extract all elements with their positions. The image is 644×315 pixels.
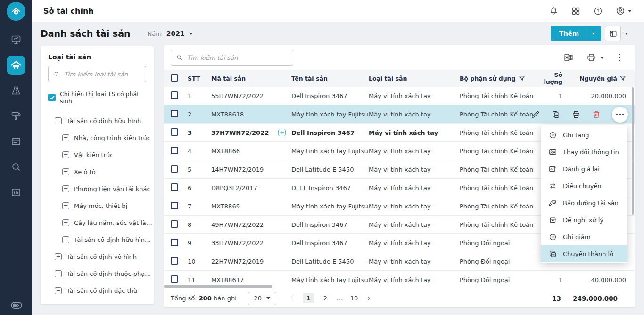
add-button[interactable]: Thêm [551, 26, 601, 41]
sidebar-item-search[interactable] [7, 158, 25, 176]
show-only-active-checkbox[interactable] [48, 94, 56, 101]
row-checkbox[interactable] [171, 220, 178, 228]
collapse-toggle-icon[interactable]: − [55, 117, 62, 124]
row-stt: 10 [188, 258, 211, 265]
expand-toggle-icon[interactable]: + [55, 253, 62, 260]
col-code[interactable]: Mã tài sản [211, 75, 291, 82]
app-logo[interactable] [7, 2, 25, 21]
account-menu-button[interactable] [615, 6, 632, 16]
chevron-down-icon [266, 297, 270, 299]
add-button-dropdown[interactable] [586, 29, 601, 38]
expand-toggle-icon[interactable]: + [62, 134, 69, 141]
tree-item[interactable]: +Cây lâu năm, súc vật làm... [41, 214, 154, 231]
vertical-scrollbar[interactable] [632, 87, 634, 215]
tree-item[interactable]: +Vật kiến trúc [41, 146, 154, 163]
row-checkbox[interactable] [171, 257, 178, 265]
page-button[interactable]: 1 [303, 293, 314, 303]
print-icon[interactable] [571, 110, 581, 119]
context-menu-item[interactable]: Bảo dưỡng tài sản [541, 194, 627, 211]
row-code: 14H7WN72/2019 [211, 166, 291, 173]
page-button[interactable]: 2 [322, 295, 329, 302]
filter-icon[interactable] [619, 75, 626, 82]
expand-toggle-icon[interactable]: + [62, 185, 69, 192]
context-menu-item[interactable]: Đánh giá lại [541, 160, 627, 177]
asset-type-search[interactable] [48, 66, 146, 82]
asset-type-search-input[interactable] [64, 71, 141, 78]
sidebar-item-maintenance[interactable] [7, 107, 25, 125]
page-button[interactable]: 10 [350, 295, 358, 302]
col-price[interactable]: Nguyên giá [562, 75, 626, 82]
row-checkbox[interactable] [171, 165, 178, 173]
collapse-toggle-icon[interactable]: − [62, 236, 69, 243]
next-page-button[interactable] [365, 295, 372, 302]
sidebar-item-records[interactable] [7, 132, 25, 151]
col-type[interactable]: Loại tài sản [369, 75, 460, 82]
expand-toggle-icon[interactable]: + [62, 202, 69, 209]
tree-item[interactable]: −Tài sản cố định thuộc phạm... [41, 265, 154, 282]
tree-item[interactable]: −Tài sản cố định hữu hình... [41, 231, 154, 248]
col-qty[interactable]: Số lượng [539, 71, 562, 85]
print-menu-button[interactable] [586, 52, 604, 63]
tree-item[interactable]: −Tài sản cố định hữu hình [41, 112, 154, 129]
context-menu-item[interactable]: Đề nghị xử lý [541, 211, 627, 228]
row-checkbox[interactable] [171, 147, 178, 154]
collapse-toggle-icon[interactable]: − [55, 270, 62, 277]
sidebar-item-assets[interactable] [7, 56, 25, 75]
tree-item[interactable]: +Phương tiện vận tải khác [41, 180, 154, 197]
tree-item[interactable]: +Máy móc, thiết bị [41, 197, 154, 214]
notifications-button[interactable] [549, 6, 559, 16]
asset-search[interactable] [171, 50, 293, 66]
year-select[interactable]: 2021 [166, 30, 185, 37]
row-name: Máy tính xách tay Fujitsu [291, 111, 369, 118]
sidebar-collapse-toggle[interactable] [0, 299, 32, 311]
search-icon [53, 70, 60, 78]
help-button[interactable] [593, 6, 603, 16]
row-checkbox[interactable] [171, 128, 178, 136]
context-menu-item[interactable]: Thay đổi thông tin [541, 143, 627, 160]
filter-icon[interactable] [519, 75, 525, 82]
col-dept[interactable]: Bộ phận sử dụng [460, 75, 539, 82]
tree-item[interactable]: +Nhà, công trình kiến trúc [41, 129, 154, 146]
chevron-down-icon[interactable] [625, 33, 628, 35]
context-menu-item[interactable]: Ghi tăng [541, 126, 627, 143]
row-name: Dell Latitude E 5450 [291, 258, 369, 265]
context-menu-item[interactable]: Chuyển thành lô [541, 245, 627, 262]
tree-item[interactable]: −Tài sản cố định đặc thù [41, 282, 154, 299]
row-checkbox[interactable] [171, 202, 178, 209]
context-menu-item[interactable]: Điều chuyển [541, 177, 627, 194]
select-all-checkbox[interactable] [171, 74, 178, 82]
chevron-down-icon[interactable] [189, 33, 193, 35]
delete-icon[interactable] [592, 110, 601, 119]
more-options-button[interactable] [616, 53, 624, 63]
col-name[interactable]: Tên tài sản [291, 75, 369, 82]
export-excel-button[interactable] [563, 52, 574, 63]
table-row[interactable]: 155H7WN72/2022Dell Inspiron 3467Máy vi t… [164, 87, 635, 105]
col-stt[interactable]: STT [188, 75, 211, 82]
row-checkbox[interactable] [171, 275, 178, 283]
layout-toggle-button[interactable] [605, 26, 621, 41]
sidebar-item-dashboard[interactable] [7, 30, 25, 49]
expand-toggle-icon[interactable]: + [62, 168, 69, 175]
prev-page-button[interactable] [289, 295, 295, 302]
asset-search-input[interactable] [187, 54, 288, 61]
sidebar-item-reports[interactable] [7, 183, 25, 202]
collapse-toggle-icon[interactable]: − [55, 287, 62, 294]
duplicate-icon[interactable] [551, 110, 561, 119]
tree-item[interactable]: +Tài sản cố định vô hình [41, 248, 154, 265]
expand-toggle-icon[interactable]: + [62, 151, 69, 158]
apps-menu-button[interactable] [571, 6, 581, 16]
table-row[interactable]: 2MXT88618Máy tính xách tay FujitsuMáy vi… [164, 105, 635, 124]
sidebar-item-roads[interactable] [7, 81, 25, 100]
row-checkbox[interactable] [171, 239, 178, 246]
expand-toggle-icon[interactable]: + [62, 219, 69, 226]
row-checkbox[interactable] [171, 91, 178, 99]
context-menu-item[interactable]: Ghi giảm [541, 228, 627, 245]
row-more-button[interactable] [612, 107, 628, 123]
page-size-select[interactable]: 20 [248, 292, 276, 305]
page-button[interactable]: ... [336, 295, 343, 302]
row-checkbox[interactable] [171, 183, 178, 191]
horizontal-scrollbar[interactable] [164, 285, 272, 288]
row-checkbox[interactable] [171, 110, 178, 117]
edit-pencil-icon[interactable] [531, 110, 540, 119]
tree-item[interactable]: +Xe ô tô [41, 163, 154, 180]
